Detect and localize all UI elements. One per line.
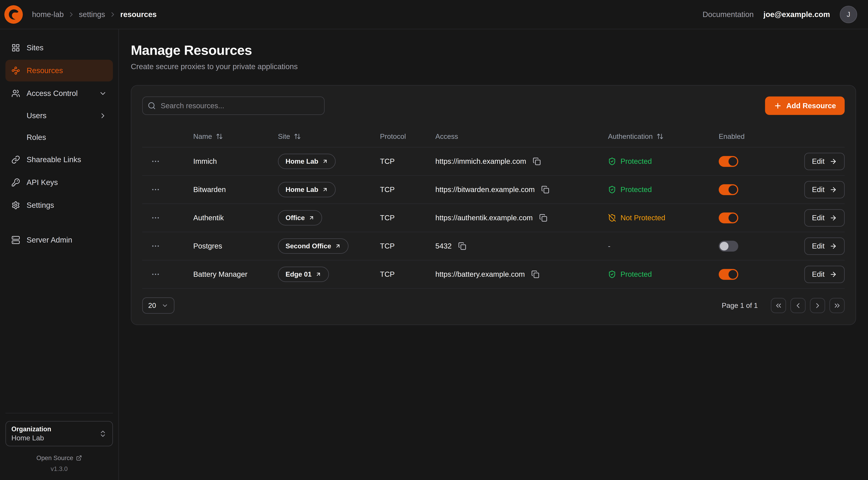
pagination: Page 1 of 1 xyxy=(722,298,845,313)
row-menu-button[interactable] xyxy=(149,183,162,197)
table-footer: 20 Page 1 of 1 xyxy=(142,297,845,314)
arrow-up-right-icon xyxy=(322,187,328,192)
ellipsis-icon xyxy=(151,157,160,166)
resources-card: Add Resource Name Site Protocol xyxy=(131,85,856,325)
ellipsis-icon xyxy=(151,213,160,222)
sidebar-nav: Sites Resources Access Control Users Rol… xyxy=(5,37,113,252)
breadcrumb-home-lab[interactable]: home-lab xyxy=(32,10,64,19)
sidebar-item-server-admin[interactable]: Server Admin xyxy=(5,229,113,251)
auth-status: Not Protected xyxy=(608,214,665,222)
documentation-link[interactable]: Documentation xyxy=(703,10,754,19)
breadcrumb-settings[interactable]: settings xyxy=(79,10,105,19)
search-icon xyxy=(148,102,156,110)
last-page-button[interactable] xyxy=(830,298,845,313)
resource-name: Battery Manager xyxy=(193,270,247,278)
row-menu-button[interactable] xyxy=(149,211,162,224)
copy-button[interactable] xyxy=(540,184,551,195)
site-link[interactable]: Second Office xyxy=(278,238,348,254)
copy-button[interactable] xyxy=(530,269,540,279)
copy-icon xyxy=(539,214,547,222)
edit-button[interactable]: Edit xyxy=(804,209,845,227)
organization-selector[interactable]: Organization Home Lab xyxy=(5,421,113,446)
edit-button[interactable]: Edit xyxy=(804,237,845,255)
sidebar-item-roles[interactable]: Roles xyxy=(5,127,113,148)
server-icon xyxy=(11,236,20,244)
enabled-toggle[interactable] xyxy=(719,241,738,251)
sort-icon xyxy=(294,133,301,140)
edit-label: Edit xyxy=(812,157,825,166)
first-page-button[interactable] xyxy=(771,298,786,313)
sidebar-item-resources[interactable]: Resources xyxy=(5,60,113,82)
copy-icon xyxy=(541,185,549,194)
user-menu-button[interactable]: joe@example.com xyxy=(764,10,830,19)
sidebar-item-users[interactable]: Users xyxy=(5,106,113,126)
page-info: Page 1 of 1 xyxy=(722,302,758,309)
access-value: https://authentik.example.com xyxy=(435,214,533,222)
edit-button[interactable]: Edit xyxy=(804,181,845,199)
breadcrumb-current: resources xyxy=(120,10,157,19)
auth-label: Protected xyxy=(620,157,652,166)
search-input[interactable] xyxy=(142,96,324,115)
enabled-toggle[interactable] xyxy=(719,184,738,195)
auth-label: Not Protected xyxy=(620,214,665,222)
column-header-name[interactable]: Name xyxy=(193,132,278,141)
site-name: Home Lab xyxy=(285,157,318,165)
page-size-select[interactable]: 20 xyxy=(142,297,175,314)
site-link[interactable]: Home Lab xyxy=(278,182,336,197)
column-header-site[interactable]: Site xyxy=(278,132,380,141)
row-menu-button[interactable] xyxy=(149,268,162,281)
sidebar-item-api-keys[interactable]: API Keys xyxy=(5,172,113,193)
copy-button[interactable] xyxy=(532,156,542,167)
edit-button[interactable]: Edit xyxy=(804,153,845,170)
shield-check-icon xyxy=(608,270,616,278)
sidebar-item-settings[interactable]: Settings xyxy=(5,194,113,216)
protocol-value: TCP xyxy=(380,270,395,278)
gear-icon xyxy=(11,201,20,210)
organization-label: Organization xyxy=(11,425,51,433)
site-link[interactable]: Edge 01 xyxy=(278,267,329,282)
protocol-value: TCP xyxy=(380,214,395,222)
table-toolbar: Add Resource xyxy=(142,96,845,115)
chevron-down-icon xyxy=(99,89,107,97)
site-name: Edge 01 xyxy=(285,270,312,278)
protocol-value: TCP xyxy=(380,185,395,194)
site-link[interactable]: Office xyxy=(278,210,322,226)
resources-table: Name Site Protocol Access Authenticati xyxy=(142,126,845,289)
app-logo[interactable] xyxy=(4,5,23,24)
chevron-right-icon xyxy=(813,302,822,310)
row-menu-button[interactable] xyxy=(149,155,162,168)
chevron-right-icon xyxy=(99,112,107,120)
access-value: https://immich.example.com xyxy=(435,157,526,166)
chevron-left-icon xyxy=(794,302,802,310)
copy-button[interactable] xyxy=(457,241,467,251)
previous-page-button[interactable] xyxy=(790,298,806,313)
sidebar-item-sites[interactable]: Sites xyxy=(5,37,113,59)
add-resource-button[interactable]: Add Resource xyxy=(765,96,845,115)
enabled-toggle[interactable] xyxy=(719,269,738,280)
column-header-access: Access xyxy=(435,132,608,141)
edit-button[interactable]: Edit xyxy=(804,266,845,283)
protocol-value: TCP xyxy=(380,242,395,250)
auth-label: - xyxy=(608,242,611,250)
site-link[interactable]: Home Lab xyxy=(278,154,336,169)
table-header: Name Site Protocol Access Authenticati xyxy=(142,126,845,148)
row-menu-button[interactable] xyxy=(149,239,162,253)
copy-button[interactable] xyxy=(538,213,549,223)
column-header-authentication[interactable]: Authentication xyxy=(608,132,719,141)
sidebar-item-access-control[interactable]: Access Control xyxy=(5,83,113,104)
enabled-toggle[interactable] xyxy=(719,156,738,167)
column-label: Enabled xyxy=(719,132,745,141)
sidebar: Sites Resources Access Control Users Rol… xyxy=(0,29,119,480)
sort-icon xyxy=(656,133,663,140)
page-size-value: 20 xyxy=(148,302,156,309)
avatar[interactable]: J xyxy=(840,6,857,23)
next-page-button[interactable] xyxy=(810,298,825,313)
arrow-right-icon xyxy=(830,271,837,278)
search-box xyxy=(142,96,324,115)
toggle-thumb xyxy=(728,270,737,279)
shield-off-icon xyxy=(608,214,616,222)
sidebar-item-shareable-links[interactable]: Shareable Links xyxy=(5,149,113,171)
open-source-link[interactable]: Open Source xyxy=(5,454,113,461)
enabled-toggle[interactable] xyxy=(719,212,738,223)
chevron-right-icon xyxy=(67,11,75,18)
